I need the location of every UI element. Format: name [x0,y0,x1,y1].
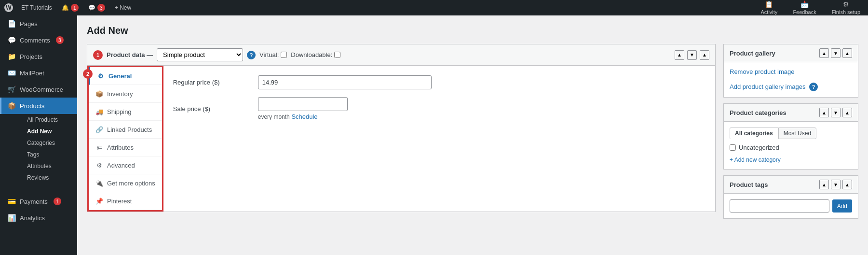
schedule-link[interactable]: Schedule [291,113,317,120]
sidebar-item-woocommerce[interactable]: 🛒 WooCommerce [0,81,77,98]
regular-price-row: Regular price ($) [173,75,705,89]
product-gallery-box: Product gallery ▲ ▼ ▲ Remove product ima… [723,44,858,98]
gallery-arrows: ▲ ▼ ▲ [819,48,852,58]
sidebar-sub-tags[interactable]: Tags [14,149,77,160]
general-icon: ⚙ [97,72,105,80]
sidebar-sub-all-products[interactable]: All Products [14,114,77,126]
tab-shipping[interactable]: 🚚 Shipping [89,103,162,121]
product-tags-body: Add [724,194,858,218]
finish-setup-icon: ⚙ [843,0,849,8]
woocommerce-icon: 🛒 [7,85,16,94]
feedback-button[interactable]: 📩 Feedback [785,0,824,15]
comments-item[interactable]: 💬 3 [86,4,107,12]
add-new-category-link[interactable]: + Add new category [730,156,781,163]
activity-button[interactable]: 📋 Activity [753,0,786,15]
notifications-item[interactable]: 🔔 1 [60,4,81,12]
product-tabs: ⚙ General 📦 Inventory 🚚 Shipping [89,67,162,210]
analytics-icon: 📊 [7,213,16,222]
add-tag-button[interactable]: Add [832,199,852,212]
tags-collapse-button[interactable]: ▲ [842,180,852,189]
payments-badge: 1 [54,198,61,205]
product-type-select[interactable]: Simple product Grouped product External/… [157,48,243,61]
gallery-help-icon[interactable]: ? [809,83,818,91]
collapse-up-button[interactable]: ▲ [675,50,684,60]
downloadable-check[interactable]: Downloadable: [291,51,340,58]
tags-arrows: ▲ ▼ ▲ [819,180,852,189]
categories-up-button[interactable]: ▲ [819,108,829,117]
sale-price-row: Sale price ($) every month Schedule [173,97,705,120]
sidebar: 📄 Pages 💬 Comments 3 📁 Projects ✉️ MailP… [0,15,77,255]
product-data-section: 1 Product data — Simple product Grouped … [87,44,716,219]
new-item[interactable]: + New [113,4,133,11]
tab-pinterest[interactable]: 📌 Pinterest [89,192,162,210]
attributes-icon: 🏷 [95,143,103,151]
add-gallery-images-link[interactable]: Add product gallery images [730,83,806,90]
sale-price-input[interactable] [258,97,348,111]
site-name[interactable]: ET Tutorials [19,4,54,11]
sidebar-sub-products: All Products Add New Categories Tags Att… [0,114,77,184]
projects-icon: 📁 [7,52,16,61]
categories-tab-bar: All categories Most Used [730,128,852,139]
header-arrows: ▲ ▼ ▲ [675,50,709,60]
sidebar-item-analytics[interactable]: 📊 Analytics [0,210,77,226]
product-data-body: 2 ⚙ General 📦 Inventory [87,66,715,212]
gallery-up-button[interactable]: ▲ [819,48,829,58]
tags-input[interactable] [730,199,829,212]
sidebar-item-products[interactable]: 📦 Products [0,98,77,114]
downloadable-checkbox[interactable] [334,52,340,58]
categories-collapse-button[interactable]: ▲ [842,108,852,117]
inventory-icon: 📦 [95,90,103,98]
main-layout: 📄 Pages 💬 Comments 3 📁 Projects ✉️ MailP… [0,15,868,255]
tab-get-more-options[interactable]: 🔌 Get more options [89,174,162,192]
virtual-checkbox[interactable] [281,52,287,58]
categories-down-button[interactable]: ▼ [831,108,841,117]
product-data-header: 1 Product data — Simple product Grouped … [87,44,715,66]
sidebar-sub-attributes[interactable]: Attributes [14,160,77,172]
sidebar-item-comments[interactable]: 💬 Comments 3 [0,32,77,48]
top-right-toolbar: 📋 Activity 📩 Feedback ⚙ Finish setup [753,0,868,15]
remove-product-image-link[interactable]: Remove product image [730,68,794,75]
collapse-down-button[interactable]: ▼ [687,50,697,60]
product-gallery-header: Product gallery ▲ ▼ ▲ [724,44,858,62]
tab-advanced[interactable]: ⚙ Advanced [89,156,162,174]
all-categories-tab[interactable]: All categories [730,128,778,139]
tab-general[interactable]: ⚙ General [89,67,162,85]
sidebar-item-payments[interactable]: 💳 Payments 1 [0,193,77,210]
gallery-down-button[interactable]: ▼ [831,48,841,58]
gallery-collapse-button[interactable]: ▲ [842,48,852,58]
sidebar-sub-reviews[interactable]: Reviews [14,172,77,184]
tags-down-button[interactable]: ▼ [831,180,841,189]
advanced-icon: ⚙ [95,161,103,169]
sidebar-sub-categories[interactable]: Categories [14,137,77,149]
sidebar-sub-add-new[interactable]: Add New [14,126,77,137]
product-categories-header: Product categories ▲ ▼ ▲ [724,104,858,122]
sidebar-item-mailpoet[interactable]: ✉️ MailPoet [0,65,77,81]
tab-inventory[interactable]: 📦 Inventory [89,85,162,103]
tab-linked-products[interactable]: 🔗 Linked Products [89,121,162,139]
shipping-icon: 🚚 [95,108,103,115]
category-uncategorized-checkbox[interactable] [730,144,736,151]
comments-badge: 3 [97,4,105,12]
virtual-check[interactable]: Virtual: [259,51,287,58]
sidebar-item-projects[interactable]: 📁 Projects [0,48,77,65]
finish-setup-button[interactable]: ⚙ Finish setup [824,0,868,15]
wp-logo[interactable]: W [4,3,14,13]
notifications-badge: 1 [71,4,79,12]
toggle-button[interactable]: ▲ [700,50,709,60]
mailpoet-icon: ✉️ [7,69,16,77]
product-data-label: Product data — [107,51,153,58]
tab-content-general: Regular price ($) Sale price ($) every m… [163,66,715,212]
comments-icon: 💬 [7,36,16,44]
product-tags-box: Product tags ▲ ▼ ▲ Add [723,175,858,219]
tabs-wrapper: 2 ⚙ General 📦 Inventory [87,66,163,212]
most-used-tab[interactable]: Most Used [778,128,816,139]
regular-price-input[interactable] [258,75,432,89]
right-sidebar: Product gallery ▲ ▼ ▲ Remove product ima… [723,44,858,219]
sidebar-item-pages[interactable]: 📄 Pages [0,15,77,32]
tags-up-button[interactable]: ▲ [819,180,829,189]
pages-icon: 📄 [7,19,16,28]
help-icon[interactable]: ? [247,51,256,59]
feedback-icon: 📩 [800,0,809,8]
sale-price-group: every month Schedule [258,97,348,120]
tab-attributes[interactable]: 🏷 Attributes [89,139,162,156]
